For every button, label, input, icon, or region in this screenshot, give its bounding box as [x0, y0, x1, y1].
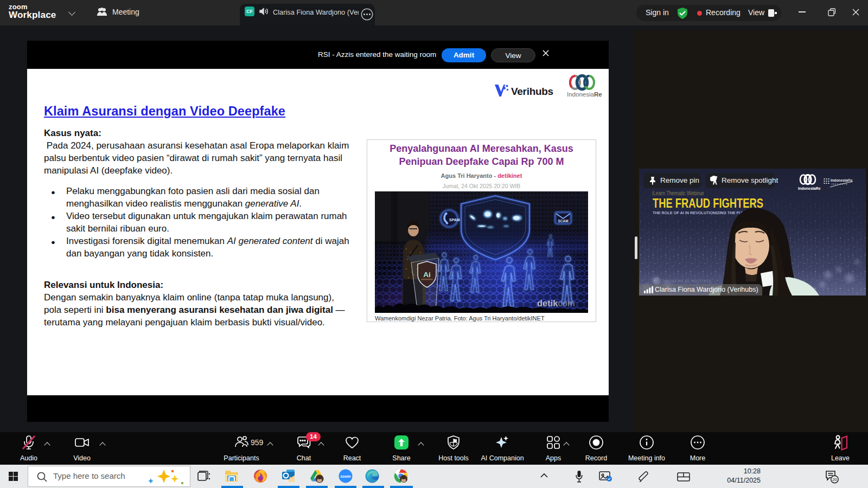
svg-text:Ai: Ai	[423, 271, 431, 279]
svg-text:THE FRAUD FIGHTERS: THE FRAUD FIGHTERS	[653, 196, 763, 210]
svg-text:zoom: zoom	[340, 474, 351, 479]
svg-text:SCAM: SCAM	[558, 219, 568, 223]
svg-text:detikcom: detikcom	[537, 298, 575, 308]
svg-text:IndonesiaRe: IndonesiaRe	[831, 178, 853, 182]
svg-text:SPAM: SPAM	[449, 218, 460, 222]
svg-text:Verihubs: Verihubs	[511, 86, 553, 97]
svg-text:20: 20	[832, 477, 837, 482]
svg-text:INDONESIA RE INSTITUTE: INDONESIA RE INSTITUTE	[662, 279, 712, 283]
svg-text:iLearn Thematic Webinar: iLearn Thematic Webinar	[652, 190, 705, 196]
svg-text:IndonesiaRe: IndonesiaRe	[567, 91, 602, 98]
